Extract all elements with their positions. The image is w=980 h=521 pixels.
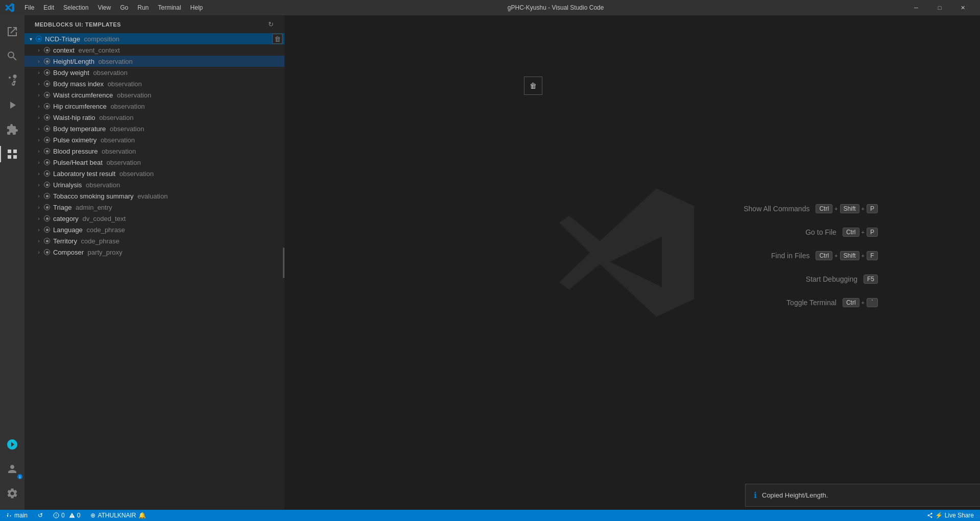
tree-item[interactable]: › Composer party_proxy 🗑 xyxy=(25,246,284,258)
menu-go[interactable]: Go xyxy=(116,3,132,12)
tree-item-delete-button[interactable]: 🗑 xyxy=(272,90,282,100)
menu-help[interactable]: Help xyxy=(186,3,207,12)
tree-item-delete-button[interactable]: 🗑 xyxy=(272,101,282,111)
menu-selection[interactable]: Selection xyxy=(59,3,92,12)
tree-item[interactable]: › Blood pressure observation 🗑 xyxy=(25,145,284,157)
tree-item-label: Language code_phrase xyxy=(53,226,125,234)
tree-item-delete-button[interactable]: 🗑 xyxy=(272,236,282,246)
tree-item-delete-button[interactable]: 🗑 xyxy=(272,112,282,122)
activity-settings[interactable] xyxy=(0,481,25,506)
root-label: NCD-Triage composition xyxy=(45,35,119,43)
activity-explorer[interactable] xyxy=(0,19,25,44)
title-bar-left: File Edit Selection View Go Run Terminal… xyxy=(5,3,207,12)
menu-bar: File Edit Selection View Go Run Terminal… xyxy=(20,3,207,12)
tree-item[interactable]: › Territory code_phrase 🗑 xyxy=(25,235,284,246)
tree-item-label: Composer party_proxy xyxy=(53,249,123,256)
tree-container[interactable]: ▾ NCD-Triage composition 🗑 › xyxy=(25,33,284,510)
tree-item-delete-button[interactable]: 🗑 xyxy=(272,123,282,134)
tree-item-delete-button[interactable]: 🗑 xyxy=(272,202,282,212)
tree-item[interactable]: › Pulse oximetry observation 🗑 xyxy=(25,134,284,145)
tree-item-delete-button[interactable]: 🗑 xyxy=(272,168,282,179)
chevron-icon: › xyxy=(35,91,43,99)
status-git-branch[interactable]: main xyxy=(4,510,30,521)
tree-item[interactable]: › category dv_coded_text 🗑 xyxy=(25,213,284,224)
menu-view[interactable]: View xyxy=(93,3,115,12)
close-button[interactable]: ✕ xyxy=(951,0,975,15)
chevron-icon: › xyxy=(35,57,43,65)
status-sync[interactable]: ↺ xyxy=(36,510,45,521)
menu-terminal[interactable]: Terminal xyxy=(154,3,185,12)
tree-item-label: Urinalysis observation xyxy=(53,181,120,189)
tree-item-delete-button[interactable]: 🗑 xyxy=(272,213,282,224)
tree-item[interactable]: › Laboratory test result observation 🗑 xyxy=(25,168,284,179)
tree-item-label: Height/Length observation xyxy=(53,58,133,65)
refresh-button[interactable]: ↻ xyxy=(265,19,276,30)
root-icon xyxy=(35,35,43,43)
menu-edit[interactable]: Edit xyxy=(39,3,58,12)
tree-item[interactable]: › Body weight observation 🗑 xyxy=(25,67,284,78)
activity-remote[interactable] xyxy=(0,432,25,457)
shortcut-toggle-terminal: Toggle Terminal Ctrl + ` xyxy=(744,298,878,307)
tree-root[interactable]: ▾ NCD-Triage composition 🗑 xyxy=(25,33,284,44)
tree-item-label: category dv_coded_text xyxy=(53,215,126,222)
menu-run[interactable]: Run xyxy=(133,3,153,12)
tree-item[interactable]: › Body temperature observation 🗑 xyxy=(25,123,284,134)
tree-item-delete-button[interactable]: 🗑 xyxy=(272,67,282,78)
tree-item[interactable]: › Tobacco smoking summary evaluation 🗑 xyxy=(25,190,284,202)
tree-item[interactable]: › Urinalysis observation 🗑 xyxy=(25,179,284,190)
activity-source-control[interactable] xyxy=(0,68,25,93)
tree-item-delete-button[interactable]: 🗑 xyxy=(272,146,282,156)
activity-accounts[interactable]: 1 xyxy=(0,457,25,481)
node-icon xyxy=(43,57,51,65)
tree-item-delete-button[interactable]: 🗑 xyxy=(272,180,282,190)
tree-item[interactable]: › Triage admin_entry 🗑 xyxy=(25,202,284,213)
node-icon xyxy=(43,91,51,99)
tree-item[interactable]: › Waist circumference observation 🗑 xyxy=(25,89,284,101)
minimize-button[interactable]: ─ xyxy=(904,0,928,15)
status-errors-warnings[interactable]: 0 0 xyxy=(51,510,82,521)
chevron-icon: › xyxy=(35,181,43,189)
copy-popup-button[interactable]: 🗑 xyxy=(524,77,542,95)
shortcut-keys-find: Ctrl + Shift + F xyxy=(816,251,878,260)
tree-item-delete-button[interactable]: 🗑 xyxy=(272,79,282,89)
shortcut-keys-goto: Ctrl + P xyxy=(843,228,878,237)
tree-item[interactable]: › Pulse/Heart beat observation 🗑 xyxy=(25,157,284,168)
tree-item-delete-button[interactable]: 🗑 xyxy=(272,191,282,201)
status-username: ATHULKNAIR xyxy=(98,512,136,519)
maximize-button[interactable]: □ xyxy=(928,0,951,15)
activity-medblocks[interactable] xyxy=(0,142,25,166)
activity-extensions[interactable] xyxy=(0,117,25,142)
tree-item-delete-button[interactable]: 🗑 xyxy=(272,45,282,55)
tree-item-delete-button[interactable]: 🗑 xyxy=(272,225,282,235)
menu-file[interactable]: File xyxy=(20,3,38,12)
root-delete-button[interactable]: 🗑 xyxy=(272,34,282,44)
tree-item-delete-button[interactable]: 🗑 xyxy=(272,56,282,66)
status-user[interactable]: ⊕ ATHULKNAIR 🔔 xyxy=(88,510,148,521)
node-icon xyxy=(43,147,51,155)
node-icon xyxy=(43,113,51,121)
activity-run[interactable] xyxy=(0,93,25,117)
tree-item[interactable]: › Hip circumference observation 🗑 xyxy=(25,101,284,112)
tree-children: › context event_context 🗑 › xyxy=(25,44,284,258)
tree-item[interactable]: › Waist-hip ratio observation 🗑 xyxy=(25,112,284,123)
node-icon xyxy=(43,125,51,133)
tree-item[interactable]: › Height/Length observation 🗑 xyxy=(25,56,284,67)
tree-item-delete-button[interactable]: 🗑 xyxy=(272,157,282,167)
sidebar-scrollbar[interactable] xyxy=(283,247,284,278)
svg-rect-0 xyxy=(8,150,11,153)
svg-rect-2 xyxy=(8,155,11,159)
chevron-icon: › xyxy=(35,158,43,166)
chevron-icon: › xyxy=(35,192,43,200)
tree-item[interactable]: › Language code_phrase 🗑 xyxy=(25,224,284,235)
activity-bar: 1 xyxy=(0,15,25,510)
tree-item-delete-button[interactable]: 🗑 xyxy=(272,135,282,145)
tree-item[interactable]: › Body mass index observation 🗑 xyxy=(25,78,284,89)
tree-item[interactable]: › context event_context 🗑 xyxy=(25,44,284,56)
chevron-icon: › xyxy=(35,214,43,222)
accounts-badge: 1 xyxy=(17,474,22,479)
node-icon xyxy=(43,248,51,256)
tree-item-label: Body temperature observation xyxy=(53,125,144,133)
tree-item-delete-button[interactable]: 🗑 xyxy=(272,247,282,257)
activity-search[interactable] xyxy=(0,44,25,68)
status-live-share[interactable]: ⚡ Live Share xyxy=(925,510,976,521)
